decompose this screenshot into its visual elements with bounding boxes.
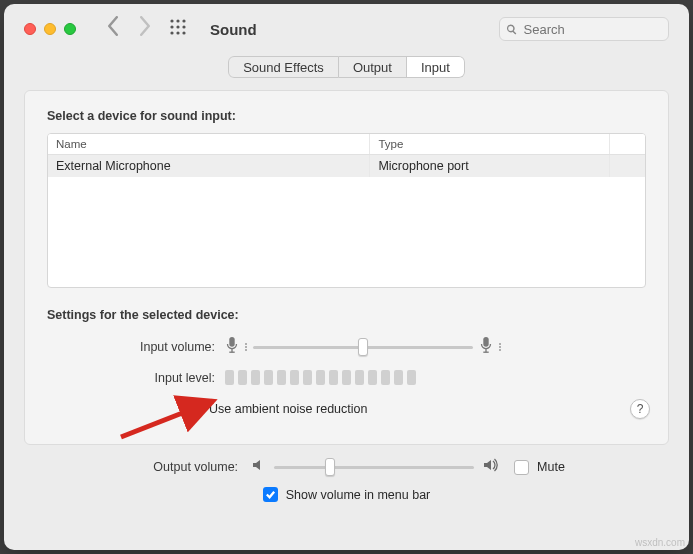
search-input[interactable] (524, 22, 662, 37)
table-row[interactable]: External Microphone Microphone port (48, 155, 645, 177)
tab-input[interactable]: Input (407, 56, 465, 78)
level-bar (394, 370, 403, 385)
level-bar (381, 370, 390, 385)
svg-point-0 (170, 19, 173, 22)
mute-label: Mute (537, 460, 565, 474)
show-all-button[interactable] (170, 19, 186, 39)
show-volume-menubar-checkbox[interactable] (263, 487, 278, 502)
mic-low-icon (225, 336, 239, 358)
window-title: Sound (210, 21, 257, 38)
level-bar (238, 370, 247, 385)
level-bar (264, 370, 273, 385)
forward-button[interactable] (138, 16, 152, 42)
tabs: Sound Effects Output Input (228, 56, 465, 78)
svg-rect-12 (483, 337, 488, 347)
search-field[interactable] (499, 17, 669, 41)
ambient-noise-checkbox[interactable] (186, 401, 201, 416)
level-bar (342, 370, 351, 385)
table-header: Name Type (48, 134, 645, 155)
watermark: wsxdn.com (635, 537, 685, 548)
tab-output[interactable]: Output (339, 56, 407, 78)
output-volume-slider[interactable] (274, 459, 474, 475)
svg-point-6 (170, 31, 173, 34)
svg-point-4 (176, 25, 179, 28)
nav-buttons (106, 16, 186, 42)
input-panel: Select a device for sound input: Name Ty… (24, 90, 669, 445)
svg-point-3 (170, 25, 173, 28)
device-table: Name Type External Microphone Microphone… (47, 133, 646, 288)
speaker-high-icon (482, 457, 498, 477)
svg-rect-9 (229, 337, 234, 347)
input-level-label: Input level: (47, 371, 225, 385)
svg-point-8 (182, 31, 185, 34)
level-bar (277, 370, 286, 385)
level-bar (316, 370, 325, 385)
input-volume-row: Input volume: (47, 336, 646, 358)
table-body: External Microphone Microphone port (48, 155, 645, 287)
svg-point-2 (182, 19, 185, 22)
device-name: External Microphone (48, 155, 370, 177)
speaker-low-icon (250, 457, 266, 477)
minimize-icon[interactable] (44, 23, 56, 35)
settings-label: Settings for the selected device: (47, 308, 646, 322)
titlebar: Sound (4, 4, 689, 54)
device-type: Microphone port (370, 155, 609, 177)
ambient-noise-label: Use ambient noise reduction (209, 402, 367, 416)
level-bar (355, 370, 364, 385)
device-select-label: Select a device for sound input: (47, 109, 646, 123)
level-bar (329, 370, 338, 385)
input-volume-slider[interactable] (253, 339, 473, 355)
back-button[interactable] (106, 16, 120, 42)
level-bar (368, 370, 377, 385)
content: Sound Effects Output Input Select a devi… (4, 54, 689, 550)
level-bar (290, 370, 299, 385)
traffic-lights (24, 23, 76, 35)
menubar-row: Show volume in menu bar (263, 487, 431, 502)
svg-point-7 (176, 31, 179, 34)
bottom-section: Output volume: Mute Show volume in (24, 445, 669, 502)
output-volume-row: Output volume: Mute (128, 457, 565, 477)
input-volume-label: Input volume: (47, 340, 225, 354)
help-button[interactable]: ? (630, 399, 650, 419)
level-bar (407, 370, 416, 385)
level-bar (251, 370, 260, 385)
mic-high-icon (479, 336, 493, 358)
mic-low-dots (245, 343, 247, 351)
zoom-icon[interactable] (64, 23, 76, 35)
level-bar (225, 370, 234, 385)
show-volume-menubar-label: Show volume in menu bar (286, 488, 431, 502)
svg-point-5 (182, 25, 185, 28)
col-name-header[interactable]: Name (48, 134, 370, 154)
search-icon (506, 23, 518, 36)
sound-prefs-window: Sound Sound Effects Output Input Select … (4, 4, 689, 550)
tab-sound-effects[interactable]: Sound Effects (228, 56, 339, 78)
level-bar (303, 370, 312, 385)
output-volume-label: Output volume: (128, 460, 238, 474)
input-level-row: Input level: (47, 370, 646, 385)
mute-checkbox[interactable] (514, 460, 529, 475)
svg-point-1 (176, 19, 179, 22)
col-type-header[interactable]: Type (370, 134, 609, 154)
ambient-row: Use ambient noise reduction ? (47, 401, 646, 416)
input-level-meter (225, 370, 416, 385)
mic-high-dots (499, 343, 501, 351)
close-icon[interactable] (24, 23, 36, 35)
